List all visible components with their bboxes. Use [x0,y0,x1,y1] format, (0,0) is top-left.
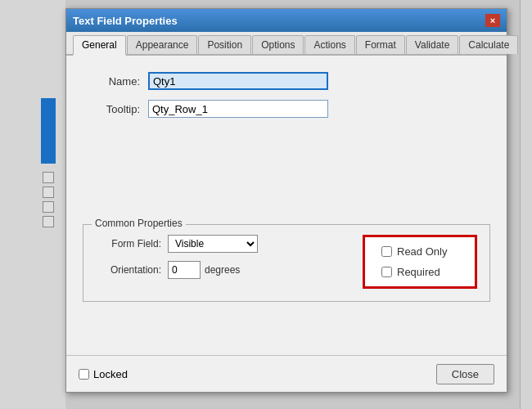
tooltip-row: Tooltip: [83,100,490,118]
dialog-tabs: General Appearance Position Options Acti… [66,32,507,56]
tab-appearance[interactable]: Appearance [127,35,198,54]
right-scrollbar[interactable] [520,0,532,409]
locked-row: Locked [79,368,128,380]
tooltip-label: Tooltip: [83,103,140,115]
tab-general[interactable]: General [73,35,126,56]
read-only-row: Read Only [381,245,458,258]
locked-label: Locked [93,368,128,380]
name-input[interactable] [148,72,328,90]
dialog-content: Name: Tooltip: Common Properties Form Fi… [66,56,507,318]
dialog-close-button[interactable]: × [485,14,500,27]
tab-calculate[interactable]: Calculate [459,35,518,54]
orientation-row: Orientation: degrees [96,261,346,279]
left-panel-item [43,201,54,213]
common-props-layout: Form Field: Visible Hidden Visible but d… [96,235,477,289]
degrees-label: degrees [205,264,240,276]
tab-format[interactable]: Format [356,35,405,54]
dialog: Text Field Properties × General Appearan… [65,8,507,393]
tab-options[interactable]: Options [252,35,304,54]
left-panel-blue-bar [41,98,56,164]
left-panel-items [43,172,54,227]
dialog-footer: Locked Close [66,355,507,392]
tooltip-input[interactable] [148,100,328,118]
common-props-left: Form Field: Visible Hidden Visible but d… [96,235,346,279]
left-panel-item [43,187,54,198]
form-field-select[interactable]: Visible Hidden Visible but doesn't print… [168,235,258,253]
form-field-label: Form Field: [96,238,161,249]
read-only-required-box: Read Only Required [363,235,477,289]
tab-position[interactable]: Position [198,35,251,54]
common-properties-legend: Common Properties [92,218,186,229]
name-row: Name: [83,72,490,90]
left-panel-item [43,216,54,227]
required-checkbox[interactable] [381,267,392,277]
dialog-title: Text Field Properties [73,15,178,27]
left-panel [0,0,65,409]
left-panel-item [43,172,54,183]
tab-validate[interactable]: Validate [406,35,458,54]
form-field-row: Form Field: Visible Hidden Visible but d… [96,235,346,253]
tab-actions[interactable]: Actions [304,35,354,54]
read-only-checkbox[interactable] [381,246,392,257]
locked-checkbox[interactable] [79,369,89,380]
orientation-label: Orientation: [96,264,161,276]
required-row: Required [381,266,458,278]
orientation-input[interactable] [168,261,201,279]
read-only-label: Read Only [397,245,447,258]
close-button[interactable]: Close [436,364,494,384]
required-label: Required [397,266,440,278]
dialog-titlebar: Text Field Properties × [66,9,507,32]
name-label: Name: [83,75,140,88]
common-properties-section: Common Properties Form Field: Visible Hi… [83,224,490,302]
